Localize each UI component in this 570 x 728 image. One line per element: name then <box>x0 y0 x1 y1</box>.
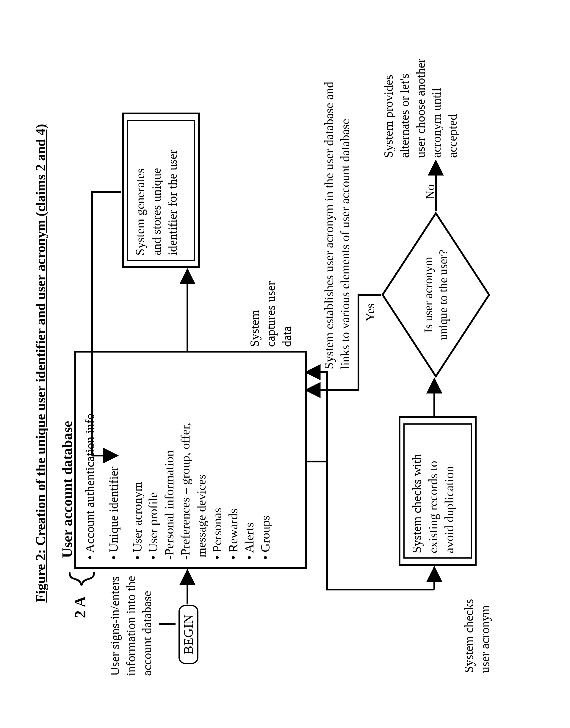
text-line: unique to the user? <box>436 249 451 340</box>
figure-title: Figure 2: Creation of the unique user id… <box>33 124 48 602</box>
check-process-text: System checks with existing records to a… <box>409 423 458 553</box>
no-label: No <box>422 184 439 199</box>
user-account-database-box: User account database • Account authenti… <box>74 351 307 569</box>
text-line: avoid duplication <box>441 423 458 553</box>
list-item: • Rewards <box>226 413 242 560</box>
list-item: • Account authentication info <box>82 413 98 560</box>
db-list: • Account authentication info • Unique i… <box>82 413 273 560</box>
db-heading: User account database <box>59 421 75 558</box>
begin-terminator: BEGIN <box>179 605 199 664</box>
text-line: System generates <box>132 120 149 255</box>
text-line: System provides <box>381 58 397 158</box>
text-line: System <box>247 282 263 347</box>
figure-tag-2a: 2 A <box>71 596 89 618</box>
text-line: System checks with <box>409 423 425 553</box>
list-item: • User acronym <box>130 413 146 560</box>
uid-process-box: System generates and stores unique ident… <box>122 113 200 268</box>
list-item: • Groups <box>258 413 274 560</box>
check-process-box: System checks with existing records to a… <box>399 416 477 566</box>
text-line: data <box>279 282 295 347</box>
text-line: System checks <box>461 599 477 673</box>
list-item: • Personas <box>210 413 226 560</box>
curly-brace-icon <box>68 570 95 588</box>
text-line: alternates or let's <box>397 58 413 158</box>
yes-label: Yes <box>362 304 378 322</box>
text-line: existing records to <box>425 423 442 553</box>
signin-text: User signs-in/enters information into th… <box>107 576 155 676</box>
decision-diamond: Is user acronym unique to the user? <box>381 211 491 378</box>
check-label: System checks user acronym <box>461 599 493 673</box>
list-item: • Unique identifier <box>106 413 122 560</box>
alternates-text: System provides alternates or let's user… <box>381 58 461 158</box>
text-line: accepted <box>445 58 461 158</box>
text-line: user choose another <box>413 58 429 158</box>
decision-text: Is user acronym unique to the user? <box>421 249 451 340</box>
capture-label: System captures user data <box>247 282 295 347</box>
text-line: acronym until <box>429 58 445 158</box>
list-item: -Personal information <box>162 413 178 560</box>
list-item: message devices <box>194 413 210 560</box>
uid-process-text: System generates and stores unique ident… <box>132 120 181 255</box>
text-line: account database <box>139 576 155 676</box>
text-line: and stores unique <box>149 120 165 255</box>
text-line: information into the <box>123 576 139 676</box>
text-line: System establishes user acronym in the u… <box>321 81 337 369</box>
text-line: Is user acronym <box>421 249 436 340</box>
list-item: -Preferences – group, offer, <box>178 413 194 560</box>
text-line: identifier for the user <box>165 120 181 255</box>
text-line: captures user <box>263 282 279 347</box>
text-line: user acronym <box>477 599 493 673</box>
establish-text: System establishes user acronym in the u… <box>321 81 353 369</box>
text-line: User signs-in/enters <box>107 576 123 676</box>
text-line: links to various elements of user accoun… <box>337 81 353 369</box>
list-item: • User profile <box>146 413 162 560</box>
list-item: • Alerts <box>242 413 258 560</box>
